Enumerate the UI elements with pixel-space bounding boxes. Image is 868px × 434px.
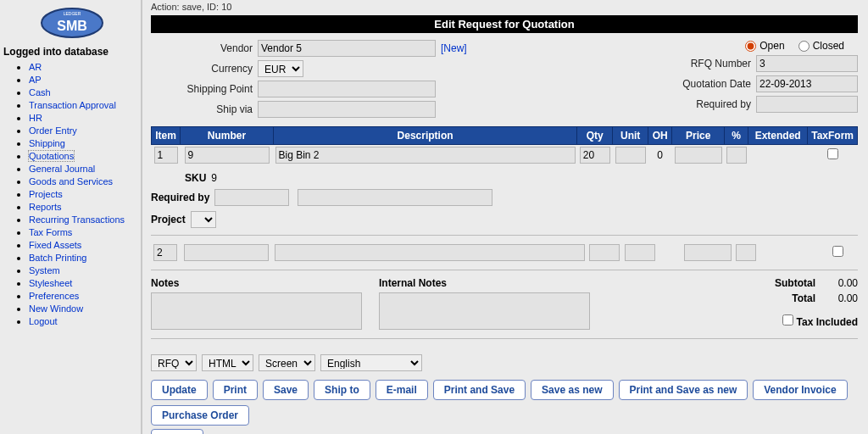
row1-unit[interactable] <box>615 147 646 164</box>
sidebar-item-recurring[interactable]: Recurring Transactions <box>29 214 125 225</box>
currency-select[interactable]: EUR <box>258 60 303 77</box>
rfq-number-label: RFQ Number <box>673 58 751 70</box>
required-by-input[interactable] <box>756 96 858 113</box>
sidebar-item-transaction-approval[interactable]: Transaction Approval <box>29 100 116 110</box>
sidebar-item-new-window[interactable]: New Window <box>29 303 83 314</box>
app-logo: LEDGER SMB <box>34 5 110 41</box>
status-closed-radio[interactable] <box>798 41 810 52</box>
row2-description[interactable] <box>275 244 585 261</box>
sidebar-item-logout[interactable]: Logout <box>29 316 58 326</box>
sidebar-item-stylesheet[interactable]: Stylesheet <box>29 278 72 288</box>
separator <box>151 270 858 270</box>
row1-qty[interactable] <box>580 147 610 164</box>
save-as-new-button[interactable]: Save as new <box>531 380 613 400</box>
vendor-new-link[interactable]: [New] <box>441 42 467 54</box>
sidebar-item-goods-services[interactable]: Goods and Services <box>29 176 113 186</box>
sidebar-item-projects[interactable]: Projects <box>29 189 63 199</box>
page-title: Edit Request for Quotation <box>151 15 858 33</box>
update-button[interactable]: Update <box>151 380 208 400</box>
sidebar-menu: AR AP Cash Transaction Approval HR Order… <box>3 61 141 327</box>
th-item: Item <box>152 127 181 145</box>
export-type-select[interactable]: RFQ <box>151 354 197 371</box>
row1-taxform-checkbox[interactable] <box>827 148 838 159</box>
print-save-button[interactable]: Print and Save <box>433 380 526 400</box>
export-format-select[interactable]: HTML <box>202 354 253 371</box>
line-items-table: Item Number Description Qty Unit OH Pric… <box>151 126 858 165</box>
export-lang-select[interactable]: English <box>320 354 422 371</box>
row1-item[interactable] <box>154 147 178 164</box>
row1-price[interactable] <box>675 147 722 164</box>
shipping-point-input[interactable] <box>258 81 436 97</box>
separator <box>151 338 858 339</box>
row1-pct[interactable] <box>726 147 747 164</box>
subtotal-label: Subtotal <box>748 277 815 289</box>
sidebar-item-order-entry[interactable]: Order Entry <box>29 125 77 136</box>
th-pct: % <box>725 127 748 145</box>
row2-number[interactable] <box>184 244 269 261</box>
tax-included-checkbox[interactable] <box>782 314 793 326</box>
row-required-by-label: Required by <box>151 192 209 203</box>
row2-unit[interactable] <box>625 244 655 261</box>
sidebar-item-quotations[interactable]: Quotations <box>29 151 74 161</box>
sku-value: 9 <box>211 172 217 184</box>
th-extended: Extended <box>748 127 808 145</box>
print-save-as-new-button[interactable]: Print and Save as new <box>619 380 748 400</box>
rfq-number-input[interactable] <box>756 55 858 72</box>
print-button[interactable]: Print <box>213 380 258 400</box>
sidebar-item-ar[interactable]: AR <box>29 62 42 72</box>
sidebar-item-general-journal[interactable]: General Journal <box>29 164 95 174</box>
main-content: Action: save, ID: 10 Edit Request for Qu… <box>142 0 868 434</box>
sidebar-item-reports[interactable]: Reports <box>29 202 62 212</box>
table-row: 0 <box>152 145 858 166</box>
row2-taxform-checkbox[interactable] <box>832 246 843 257</box>
row2-pct[interactable] <box>736 244 756 261</box>
row1-oh: 0 <box>657 149 663 161</box>
total-label: Total <box>748 292 815 304</box>
row2-price[interactable] <box>684 244 732 261</box>
row2-qty[interactable] <box>589 244 620 261</box>
sidebar-item-hr[interactable]: HR <box>29 113 42 123</box>
row1-number[interactable] <box>185 147 270 164</box>
sidebar-item-shipping[interactable]: Shipping <box>29 138 65 148</box>
save-button[interactable]: Save <box>263 380 309 400</box>
sidebar: LEDGER SMB Logged into database AR AP Ca… <box>0 0 142 434</box>
sidebar-item-ap[interactable]: AP <box>29 75 42 85</box>
project-label: Project <box>151 214 186 225</box>
purchase-order-button[interactable]: Purchase Order <box>151 405 249 426</box>
delete-button[interactable]: Delete <box>151 429 203 434</box>
ship-to-button[interactable]: Ship to <box>314 380 370 400</box>
sidebar-item-preferences[interactable]: Preferences <box>29 291 79 301</box>
notes-label: Notes <box>151 277 362 289</box>
th-taxform: TaxForm <box>808 127 858 145</box>
quotation-date-label: Quotation Date <box>673 78 751 90</box>
sidebar-item-batch-printing[interactable]: Batch Printing <box>29 253 86 263</box>
sidebar-item-cash[interactable]: Cash <box>29 87 51 97</box>
quotation-date-input[interactable] <box>756 75 858 92</box>
row1-description[interactable] <box>275 147 576 164</box>
row-required-by-input[interactable] <box>214 189 289 206</box>
totals-block: Subtotal0.00 Total0.00 Tax Included <box>748 277 858 331</box>
project-select[interactable] <box>191 211 216 228</box>
th-number: Number <box>181 127 274 145</box>
export-target-select[interactable]: Screen <box>259 354 315 371</box>
row2-item[interactable] <box>153 244 177 261</box>
th-oh: OH <box>648 127 672 145</box>
vendor-input[interactable] <box>258 40 436 57</box>
notes-textarea[interactable] <box>151 292 362 330</box>
sidebar-item-tax-forms[interactable]: Tax Forms <box>29 227 72 237</box>
currency-label: Currency <box>151 63 253 75</box>
ship-via-input[interactable] <box>258 101 436 118</box>
status-open-radio[interactable] <box>745 41 756 52</box>
sidebar-item-system[interactable]: System <box>29 265 60 275</box>
vendor-label: Vendor <box>151 42 253 54</box>
action-line: Action: save, ID: 10 <box>151 2 858 12</box>
internal-notes-textarea[interactable] <box>379 292 590 330</box>
th-unit: Unit <box>613 127 648 145</box>
email-button[interactable]: E-mail <box>376 380 428 400</box>
sidebar-item-fixed-assets[interactable]: Fixed Assets <box>29 240 81 250</box>
tax-included-label: Tax Included <box>797 316 858 328</box>
vendor-invoice-button[interactable]: Vendor Invoice <box>753 380 847 400</box>
status-closed-label: Closed <box>813 40 844 52</box>
db-label: Logged into database <box>3 46 141 58</box>
row-extra-input[interactable] <box>298 189 492 206</box>
